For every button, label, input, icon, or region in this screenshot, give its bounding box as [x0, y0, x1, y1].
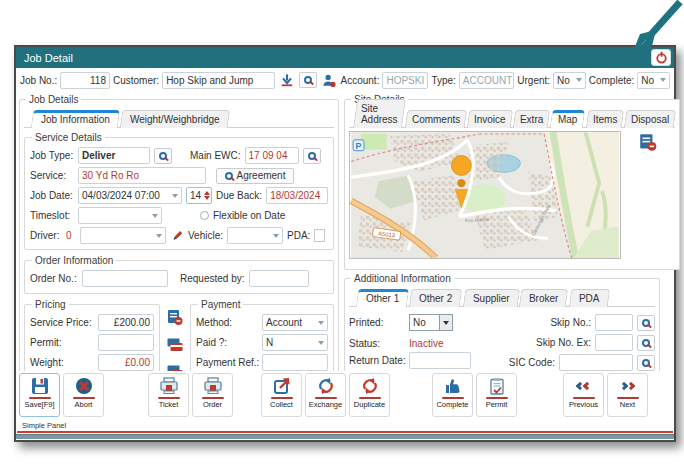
skip-no-ex-field[interactable] [595, 334, 633, 351]
spinner-up-icon[interactable] [204, 191, 210, 195]
printer-icon [159, 377, 179, 395]
customer-search-button[interactable] [299, 72, 317, 88]
job-no-field[interactable]: 118 [60, 72, 110, 89]
import-button[interactable] [278, 72, 296, 88]
combo-arrow-button[interactable] [439, 314, 453, 331]
tab-weight-weighbridge[interactable]: Weight/Weighbridge [120, 110, 230, 128]
job-type-search-button[interactable] [154, 148, 172, 164]
complete-button[interactable]: Complete [432, 373, 473, 417]
collect-icon [273, 377, 291, 395]
customer-field[interactable]: Hop Skip and Jump [162, 72, 274, 89]
weight-field[interactable]: £0.00 [98, 354, 154, 371]
service-price-field[interactable]: £200.00 [98, 314, 154, 331]
chevron-down-icon [156, 234, 162, 238]
tab-disposal[interactable]: Disposal [624, 110, 677, 128]
service-details-group: Service Details Job Type: Deliver Main E… [24, 132, 334, 250]
printer-icon [203, 377, 223, 395]
service-field[interactable]: 30 Yd Ro Ro [78, 167, 206, 184]
skip-no-field[interactable] [595, 314, 633, 331]
search-icon [308, 152, 316, 160]
complete-select[interactable]: No [637, 72, 670, 89]
main-ewc-search-button[interactable] [303, 148, 321, 164]
method-select[interactable]: Account [262, 314, 328, 331]
sic-code-search-button[interactable] [637, 355, 655, 371]
skip-no-search-button[interactable] [637, 315, 655, 331]
due-back-label: Due Back: [216, 190, 262, 201]
skip-no-ex-search-button[interactable] [637, 335, 655, 351]
main-ewc-label: Main EWC: [190, 150, 241, 161]
tab-site-address[interactable]: Site Address [353, 99, 406, 128]
site-report-icon[interactable] [638, 133, 658, 152]
spinner-down-icon[interactable] [204, 196, 210, 200]
permit-button[interactable]: Permit [476, 373, 517, 417]
previous-button[interactable]: Previous [563, 373, 604, 417]
import-icon [280, 73, 294, 88]
chevron-down-icon [576, 78, 582, 82]
paid-select[interactable]: N [262, 334, 328, 351]
next-button[interactable]: Next [607, 373, 648, 417]
job-type-field[interactable]: Deliver [78, 147, 150, 164]
vehicle-select[interactable] [227, 227, 283, 244]
agreement-button[interactable]: Agreement [216, 168, 294, 184]
order-information-group: Order Information Order No.: Requested b… [24, 255, 334, 294]
icon-underline [202, 397, 224, 399]
save-button[interactable]: Save[F9] [19, 373, 60, 417]
icon-underline [271, 397, 293, 399]
status-label: Status: [349, 338, 405, 349]
collect-button-label: Collect [270, 400, 293, 409]
tab-pda[interactable]: PDA [569, 289, 610, 307]
status-value: Inactive [409, 338, 443, 349]
urgent-select[interactable]: No [553, 72, 586, 89]
duplicate-button[interactable]: Duplicate [349, 373, 390, 417]
status-bar: Simple Panel [16, 419, 674, 440]
tab-other-1[interactable]: Other 1 [356, 289, 410, 307]
tab-invoice[interactable]: Invoice [467, 110, 513, 128]
tab-supplier[interactable]: Supplier [462, 289, 519, 307]
order-button-label: Order [203, 400, 222, 409]
account-field[interactable]: HOPSKI [382, 72, 428, 89]
payment-ref-field[interactable] [262, 354, 328, 371]
type-select[interactable]: ACCOUNT [459, 72, 514, 89]
exchange-button[interactable]: Exchange [305, 373, 346, 417]
printed-label: Printed: [349, 317, 405, 328]
order-no-field[interactable] [82, 270, 168, 287]
tab-extra[interactable]: Extra [512, 110, 550, 128]
tab-map[interactable]: Map [550, 110, 586, 128]
tab-broker[interactable]: Broker [519, 289, 569, 307]
sic-code-field[interactable] [559, 354, 633, 371]
customer-label: Customer: [113, 75, 159, 86]
main-ewc-field[interactable]: 17 09 04 [245, 147, 299, 164]
duplicate-button-label: Duplicate [354, 400, 385, 409]
pda-checkbox[interactable] [314, 229, 325, 242]
return-date-label: Return Date: [349, 355, 405, 366]
printed-combobox[interactable]: No [409, 314, 453, 331]
driver-number: 0 [66, 230, 76, 241]
driver-select[interactable] [80, 227, 166, 244]
timeslot-select[interactable] [78, 207, 162, 224]
price-report-icon[interactable] [166, 309, 184, 326]
sic-code-label: SIC Code: [509, 357, 555, 368]
requested-by-field[interactable] [249, 270, 309, 287]
driver-pen-icon[interactable] [170, 229, 184, 243]
tab-job-information[interactable]: Job Information [31, 110, 120, 128]
tab-other-2[interactable]: Other 2 [409, 289, 463, 307]
job-type-label: Job Type: [30, 150, 74, 161]
return-date-field[interactable] [409, 352, 471, 369]
site-details-tabs: Site Address Comments Invoice Extra Map … [349, 108, 675, 128]
due-back-field[interactable]: 18/03/2024 [266, 187, 328, 204]
order-button[interactable]: Order [192, 373, 233, 417]
site-map[interactable]: Fox Hollow Cartwright Walk A5013 P [349, 131, 621, 259]
icon-underline [617, 397, 639, 399]
abort-button[interactable]: Abort [63, 373, 104, 417]
status-red-line [17, 431, 673, 433]
tab-comments[interactable]: Comments [404, 110, 467, 128]
flexible-on-date-checkbox[interactable] [200, 211, 209, 220]
job-date-field[interactable]: 04/03/2024 07:00 [78, 187, 182, 204]
ticket-button[interactable]: Ticket [148, 373, 189, 417]
credit-cards-icon[interactable] [166, 337, 184, 353]
collect-button[interactable]: Collect [261, 373, 302, 417]
account-person-button[interactable] [320, 72, 338, 88]
permit-field[interactable] [98, 334, 154, 351]
tab-items[interactable]: Items [585, 110, 624, 128]
duration-spinner[interactable]: 14 [186, 187, 212, 204]
